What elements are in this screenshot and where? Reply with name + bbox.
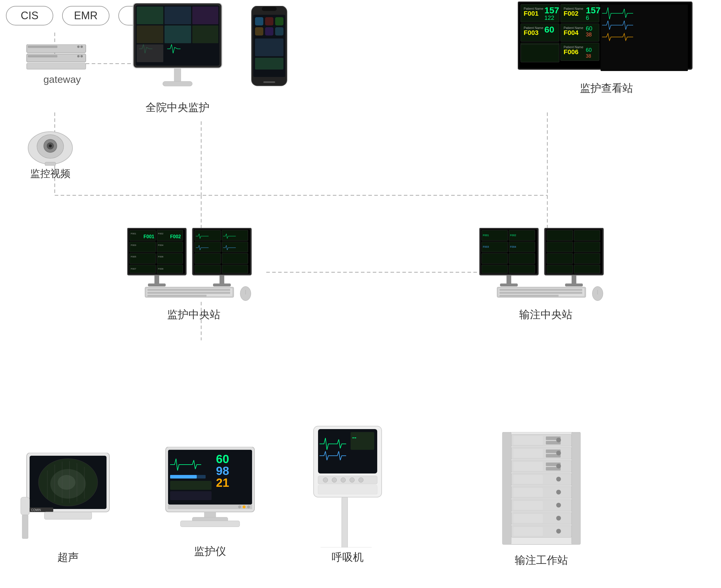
emr-pill: EMR [62, 6, 109, 25]
ultrasound-label: 超声 [15, 550, 121, 565]
svg-rect-144 [547, 253, 573, 264]
svg-rect-79 [521, 44, 559, 62]
infusion-workstation-device: 输注工作站 [491, 432, 592, 566]
svg-point-23 [49, 144, 52, 147]
svg-rect-208 [513, 436, 543, 445]
svg-rect-190 [342, 497, 347, 547]
svg-rect-147 [574, 265, 600, 273]
svg-rect-235 [513, 527, 543, 536]
ventilator-icon: -- [296, 423, 399, 547]
svg-rect-38 [262, 7, 277, 11]
svg-point-13 [81, 46, 83, 48]
svg-rect-205 [318, 485, 377, 494]
svg-rect-223 [513, 475, 543, 484]
svg-text:F004: F004 [564, 29, 579, 36]
svg-rect-189 [181, 521, 240, 527]
svg-rect-46 [255, 58, 283, 69]
svg-text:F001: F001 [144, 234, 154, 239]
svg-text:38: 38 [586, 31, 592, 38]
svg-text:F002: F002 [170, 234, 181, 239]
ventilator-device: -- 呼吸机 [296, 423, 399, 563]
svg-text:F007: F007 [131, 268, 136, 270]
svg-text:60: 60 [586, 25, 592, 31]
svg-rect-28 [165, 6, 191, 24]
svg-text:98: 98 [216, 464, 229, 477]
svg-point-161 [58, 475, 76, 490]
svg-rect-18 [27, 63, 86, 69]
svg-text:60: 60 [216, 453, 229, 465]
cis-pill: CIS [6, 6, 53, 25]
svg-point-16 [77, 55, 80, 57]
svg-rect-35 [163, 81, 192, 86]
svg-rect-119 [147, 295, 207, 297]
svg-text:21: 21 [216, 476, 229, 489]
svg-rect-218 [513, 462, 543, 471]
svg-rect-117 [147, 289, 230, 291]
svg-rect-187 [204, 512, 216, 518]
svg-text:F006: F006 [158, 255, 164, 258]
svg-text:60: 60 [544, 25, 554, 34]
svg-text:F001: F001 [483, 234, 489, 237]
svg-rect-112 [222, 265, 248, 273]
svg-rect-180 [170, 481, 212, 490]
svg-rect-113 [219, 275, 224, 284]
svg-text:--: -- [352, 434, 357, 441]
svg-rect-141 [574, 230, 600, 240]
svg-rect-109 [195, 253, 221, 264]
svg-rect-15 [28, 55, 57, 57]
svg-rect-45 [255, 39, 283, 56]
svg-rect-33 [137, 44, 163, 62]
svg-rect-93 [130, 253, 156, 264]
svg-rect-140 [547, 230, 573, 240]
svg-rect-149 [565, 284, 583, 287]
imac-icon [124, 3, 231, 98]
svg-rect-154 [500, 295, 558, 297]
phone-device [249, 6, 290, 90]
svg-text:F004: F004 [158, 244, 164, 247]
svg-rect-145 [574, 253, 600, 264]
svg-rect-80 [600, 4, 688, 71]
svg-rect-44 [275, 27, 283, 36]
svg-text:157: 157 [586, 5, 600, 15]
svg-rect-118 [147, 292, 230, 294]
svg-point-185 [242, 505, 246, 508]
svg-point-236 [556, 529, 561, 533]
svg-rect-237 [572, 432, 580, 545]
central-monitor-device: 全院中央监护 [124, 3, 231, 113]
svg-text:F008: F008 [158, 268, 164, 270]
diagram-container: .dashed { stroke: #aaa; stroke-width: 2.… [0, 0, 721, 588]
svg-rect-132 [482, 253, 508, 264]
svg-rect-11 [28, 46, 57, 48]
svg-rect-34 [174, 68, 181, 83]
monitor-station-icon: Patient Name F001 157 122 Patient Name F… [518, 1, 695, 79]
svg-point-216 [556, 451, 561, 456]
svg-rect-148 [572, 275, 576, 284]
svg-rect-232 [513, 514, 543, 523]
svg-rect-172 [44, 512, 92, 519]
svg-text:122: 122 [544, 15, 554, 21]
surveillance-device: 监控视频 [24, 118, 77, 181]
svg-text:157: 157 [544, 5, 559, 15]
svg-text:6: 6 [586, 15, 589, 21]
svg-rect-152 [500, 289, 582, 291]
svg-rect-226 [513, 488, 543, 497]
patient-monitor-device: 60 98 21 COMEN 监护仪 [157, 447, 263, 557]
svg-rect-30 [137, 25, 163, 43]
svg-point-227 [556, 490, 561, 495]
svg-point-12 [77, 46, 80, 48]
patient-monitor-icon: 60 98 21 COMEN [157, 447, 263, 542]
svg-rect-238 [502, 432, 511, 545]
svg-point-184 [238, 505, 241, 508]
svg-rect-24 [45, 162, 56, 166]
svg-point-211 [556, 438, 561, 442]
svg-rect-41 [275, 17, 283, 25]
svg-text:F001: F001 [524, 10, 538, 17]
svg-rect-31 [165, 25, 191, 43]
svg-rect-168 [21, 497, 29, 515]
svg-point-200 [323, 478, 328, 482]
svg-rect-169 [22, 515, 28, 539]
svg-point-201 [332, 478, 337, 482]
surveillance-label: 监控视频 [24, 167, 77, 181]
svg-point-230 [556, 503, 561, 507]
svg-text:F006: F006 [564, 48, 578, 56]
